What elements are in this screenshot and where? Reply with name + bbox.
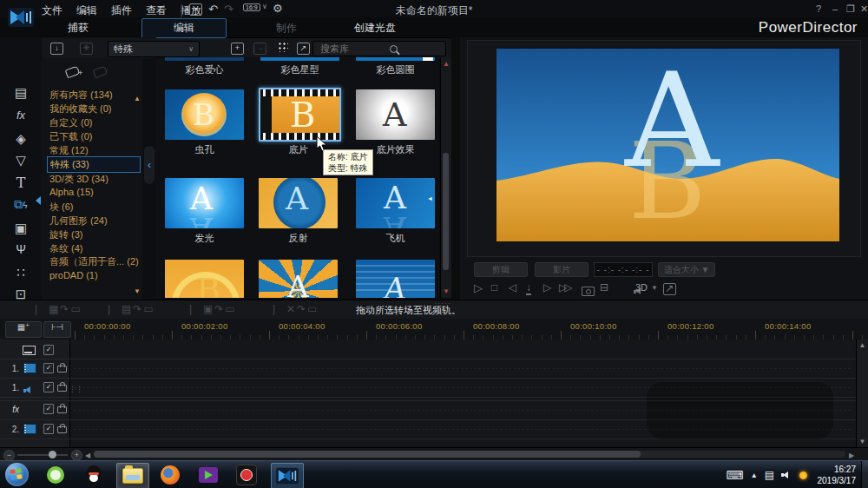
new-folder-icon[interactable]: + (231, 43, 244, 55)
track-lock-icon[interactable] (57, 426, 67, 433)
taskbar-explorer-icon[interactable] (116, 463, 149, 488)
thumb-ripple[interactable]: A (356, 260, 435, 298)
menu-view[interactable]: 查看 (146, 3, 167, 18)
category-scroll-up-icon[interactable]: ▲ (134, 95, 141, 102)
splitter-dots[interactable]: ····· (434, 299, 451, 307)
tab-capture[interactable]: 捕获 (68, 21, 89, 36)
tray-expand-icon[interactable]: ▲ (751, 472, 758, 479)
category-prodad[interactable]: proDAD (1) (47, 269, 139, 281)
category-rotate[interactable]: 旋转 (3) (47, 228, 139, 242)
scroll-right-icon[interactable]: ▶ (849, 452, 854, 459)
taskbar-360browser-icon[interactable] (40, 463, 71, 487)
header-resize-grip[interactable]: ⋮⋮ (69, 385, 82, 393)
taskbar-recorder-icon[interactable] (231, 463, 262, 487)
track-enable-checkbox[interactable]: ✓ (43, 345, 54, 355)
taskbar-firefox-icon[interactable] (155, 463, 186, 487)
undo-icon[interactable]: ↶ (208, 3, 218, 15)
scroll-up-icon[interactable]: ▲ (441, 60, 451, 68)
thumb-plane[interactable]: A A ◄ (356, 178, 435, 228)
taskbar-player-icon[interactable] (193, 463, 224, 487)
threed-toggle[interactable]: 3D (635, 282, 648, 293)
category-audio[interactable]: 音频（适用于音... (2) (47, 254, 139, 269)
category-favorites[interactable]: 我的收藏夹 (0) (47, 102, 139, 116)
movie-mode-button[interactable]: 影片 (535, 262, 589, 277)
taskbar-clock[interactable]: 16:27 2019/3/17 (818, 464, 857, 486)
menu-edit[interactable]: 编辑 (76, 3, 97, 18)
timeline-ruler[interactable]: ▦⁺ ⊦⊣ 00:00:00:00 00:00:02:00 00:00:04:0… (0, 319, 868, 340)
keying-room-icon[interactable]: ▣ (0, 221, 42, 236)
save-icon[interactable]: ▪ (189, 3, 202, 16)
timecode-display[interactable]: - -:- -:- -:- - (594, 262, 653, 277)
thumb-color-star[interactable] (260, 57, 339, 61)
track-lock-icon[interactable] (57, 366, 67, 373)
stop-icon[interactable]: □ (491, 281, 497, 293)
tray-app-icon[interactable]: ▤ (765, 469, 774, 481)
aspect-ratio-selector[interactable]: 16:9 (243, 3, 260, 11)
preview-quality-icon[interactable]: ⊟ (600, 281, 608, 293)
track-enable-checkbox[interactable]: ✓ (43, 363, 54, 373)
clip-mode-button[interactable]: 剪辑 (474, 262, 528, 277)
thumb-reflection[interactable]: A (259, 178, 338, 228)
show-desktop-button[interactable] (861, 461, 868, 488)
track-lock-icon[interactable] (57, 385, 67, 392)
panel-splitter[interactable] (451, 37, 460, 300)
thumb-film-selected[interactable]: B (259, 88, 341, 142)
category-alpha[interactable]: Alpha (15) (47, 186, 139, 198)
tab-edit[interactable]: 编辑 (141, 18, 227, 38)
zoom-slider-track[interactable] (17, 454, 68, 456)
thumb-color-heart[interactable] (165, 57, 244, 61)
menu-plugins[interactable]: 插件 (111, 3, 132, 18)
play-icon[interactable]: ▷ (474, 281, 483, 294)
title-room-icon[interactable]: T (0, 175, 42, 191)
thumb-glow[interactable]: A A (165, 178, 244, 228)
remove-tag-icon[interactable] (93, 66, 108, 79)
taskbar-powerdirector-icon[interactable] (271, 463, 304, 488)
media-room-icon[interactable]: ▤ (0, 85, 42, 101)
category-geometry[interactable]: 几何图形 (24) (47, 214, 139, 228)
menu-file[interactable]: 文件 (42, 3, 62, 18)
tray-keyboard-icon[interactable]: ⌨ (727, 468, 744, 482)
detach-window-icon[interactable]: ↗ (663, 283, 676, 295)
taskbar-qq-icon[interactable] (78, 463, 109, 487)
track-enable-checkbox[interactable]: ✓ (43, 382, 54, 392)
help-button[interactable]: ? (816, 3, 821, 14)
category-block[interactable]: 块 (6) (47, 200, 139, 214)
scroll-up-icon[interactable]: ▲ (857, 341, 868, 349)
snapshot-camera-icon[interactable] (582, 287, 595, 296)
category-custom[interactable]: 自定义 (0) (47, 115, 139, 130)
chapter-room-icon[interactable]: ∷ (0, 265, 42, 280)
search-icon[interactable] (390, 45, 398, 53)
library-scrollbar[interactable]: ▲ ▼ (440, 57, 451, 298)
track-manager-button[interactable]: ▦⁺ (5, 321, 42, 338)
search-box[interactable] (312, 41, 446, 56)
track-lock-icon[interactable] (57, 406, 67, 413)
resize-thumbnail-icon[interactable]: ↗ (297, 43, 310, 55)
threed-chevron-icon[interactable]: ▼ (651, 284, 658, 292)
minimize-button[interactable]: – (832, 3, 838, 14)
category-scroll-down-icon[interactable]: ▼ (134, 287, 141, 295)
timeline-vscrollbar[interactable]: ▲ ▼ (856, 340, 868, 447)
fast-forward-icon[interactable]: ▷▷ (559, 281, 569, 293)
scroll-down-icon[interactable]: ▼ (441, 287, 451, 295)
particle-room-icon[interactable]: ▽ (0, 153, 42, 168)
category-3d[interactable]: 3D/类 3D (34) (47, 172, 139, 187)
thumb-ring[interactable]: B (165, 260, 244, 298)
effects-room-icon[interactable]: fx (0, 109, 42, 122)
category-downloaded[interactable]: 已下载 (0) (47, 129, 139, 144)
category-special[interactable]: 特殊 (33) (47, 156, 141, 173)
timeline-tracks[interactable]: ✓ 1. ✓ 1. ✓ fx ✓ 2. ✓ (0, 340, 868, 447)
thumb-color-circle[interactable] (356, 57, 435, 61)
thumb-wormhole[interactable]: B (165, 89, 244, 140)
zoom-slider-handle[interactable] (49, 451, 56, 458)
start-button[interactable] (5, 463, 29, 486)
scroll-left-icon[interactable]: ◀ (85, 452, 90, 459)
track-enable-checkbox[interactable]: ✓ (43, 424, 54, 434)
import-media-icon[interactable]: ↓ (50, 43, 63, 55)
tab-create-disc[interactable]: 创建光盘 (354, 21, 396, 36)
voiceover-room-icon[interactable]: Ψ (0, 242, 42, 256)
track-enable-checkbox[interactable]: ✓ (43, 404, 54, 414)
thumb-rays[interactable]: A (259, 260, 338, 298)
collapse-chevron-icon[interactable]: ‹ (144, 146, 155, 184)
timeline-hscroll-handle[interactable] (94, 451, 641, 458)
tray-volume-icon[interactable] (781, 471, 792, 480)
